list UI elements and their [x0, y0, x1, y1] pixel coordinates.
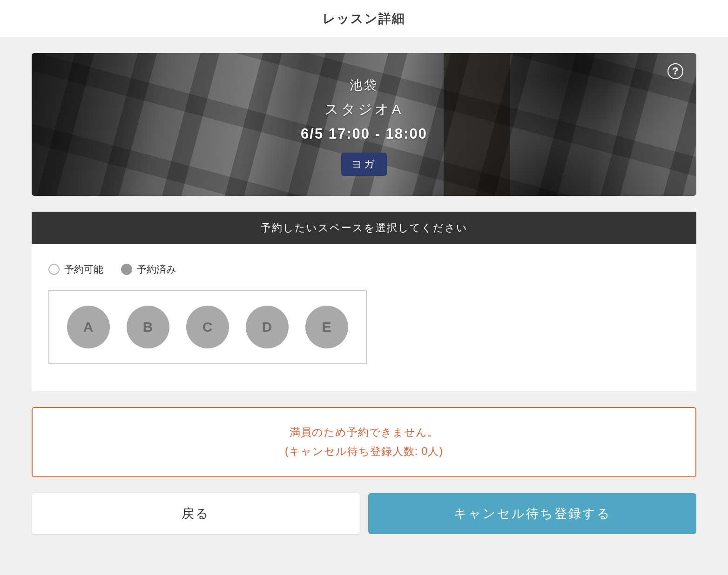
space-slot[interactable]: B — [127, 306, 169, 348]
lesson-datetime: 6/5 17:00 - 18:00 — [301, 126, 427, 142]
space-slot[interactable]: C — [186, 306, 229, 348]
instruction-bar: 予約したいスペースを選択してください — [32, 212, 696, 244]
warning-line-2: (キャンセル待ち登録人数: 0人) — [42, 442, 686, 461]
main-container: ? 池袋 スタジオA 6/5 17:00 - 18:00 ヨガ 予約したいスペー… — [0, 37, 728, 553]
lesson-category-tag: ヨガ — [341, 153, 387, 176]
space-selection-panel: 予約可能 予約済み A B C D E — [32, 244, 696, 391]
space-grid: A B C D E — [48, 290, 367, 364]
legend-reserved-icon — [121, 264, 132, 275]
lesson-studio: スタジオA — [324, 100, 403, 119]
legend-reserved-label: 予約済み — [137, 263, 176, 276]
help-icon[interactable]: ? — [667, 63, 683, 79]
space-slot[interactable]: A — [67, 306, 110, 348]
action-buttons: 戻る キャンセル待ち登録する — [32, 493, 696, 534]
lesson-hero: ? 池袋 スタジオA 6/5 17:00 - 18:00 ヨガ — [32, 53, 696, 196]
page-header: レッスン詳細 — [0, 0, 728, 37]
space-slot[interactable]: D — [246, 306, 289, 348]
waitlist-register-button[interactable]: キャンセル待ち登録する — [368, 493, 696, 534]
legend-available-label: 予約可能 — [64, 263, 103, 276]
back-button[interactable]: 戻る — [32, 493, 360, 534]
legend: 予約可能 予約済み — [48, 263, 680, 276]
warning-line-1: 満員のため予約できません。 — [42, 423, 686, 442]
space-slot[interactable]: E — [305, 306, 348, 348]
page-title: レッスン詳細 — [0, 10, 728, 27]
full-warning-box: 満員のため予約できません。 (キャンセル待ち登録人数: 0人) — [32, 407, 696, 477]
lesson-location: 池袋 — [350, 77, 378, 94]
legend-available-icon — [48, 264, 60, 275]
